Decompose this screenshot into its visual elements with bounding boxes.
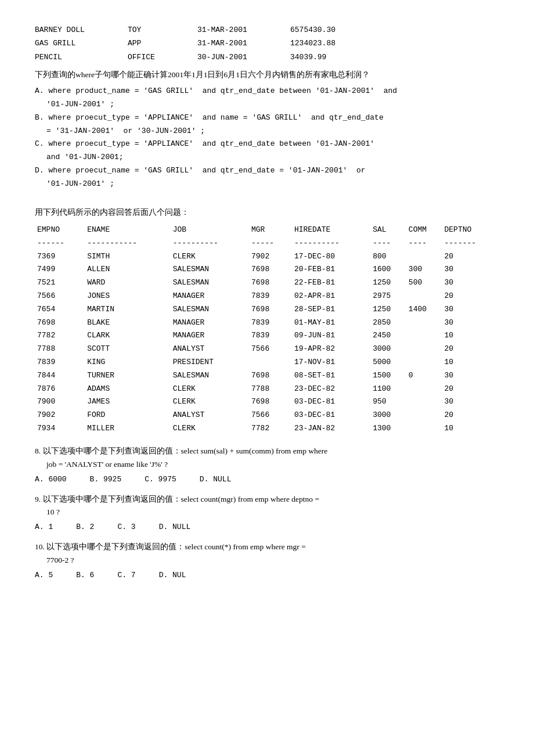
product-value-3: 34039.99	[290, 51, 360, 64]
emp-cell-8-8: 20	[442, 343, 500, 356]
q-8-answer-4: D. NULL	[200, 474, 232, 486]
q-9-text1: 9. 以下选项中哪个是下列查询返回的值：select count(mgr) fr…	[35, 493, 499, 506]
emp-cell-11-7	[406, 383, 442, 396]
emp-cell-11-1: 7876	[35, 383, 85, 396]
product-table: BARNEY DOLL TOY 31-MAR-2001 6575430.30 G…	[35, 23, 499, 64]
emp-cell-1-6: 800	[370, 250, 406, 264]
emp-cell-5-5: 28-SEP-81	[292, 303, 370, 316]
col-mgr: MGR	[249, 224, 292, 237]
emp-cell-5-8: 30	[442, 303, 500, 316]
emp-cell-14-5: 23-JAN-82	[292, 422, 370, 435]
emp-cell-6-4: 7839	[249, 316, 292, 330]
emp-cell-4-4: 7839	[249, 290, 292, 303]
emp-cell-11-4: 7788	[249, 383, 292, 396]
q-8-answers: A. 6000B. 9925C. 9975D. NULL	[35, 474, 499, 486]
emp-cell-14-4: 7782	[249, 422, 292, 435]
dash-mgr: -----	[249, 237, 292, 250]
product-row-1: BARNEY DOLL TOY 31-MAR-2001 6575430.30	[35, 23, 499, 37]
emp-cell-7-6: 2450	[370, 329, 406, 343]
emp-cell-3-5: 22-FEB-81	[292, 276, 370, 290]
emp-cell-6-5: 01-MAY-81	[292, 316, 370, 330]
emp-cell-7-7	[406, 329, 442, 343]
emp-cell-7-4: 7839	[249, 329, 292, 343]
emp-cell-6-2: BLAKE	[85, 316, 171, 330]
emp-cell-14-8: 10	[442, 422, 500, 435]
dash-comm: ----	[406, 237, 442, 250]
emp-cell-6-8: 30	[442, 316, 500, 330]
emp-cell-10-7: 0	[406, 369, 442, 383]
product-value-2: 1234023.88	[290, 37, 360, 50]
emp-cell-12-6: 950	[370, 395, 406, 409]
emp-cell-3-8: 30	[442, 276, 500, 290]
product-row-3: PENCIL OFFICE 30-JUN-2001 34039.99	[35, 51, 499, 64]
emp-cell-1-7	[406, 250, 442, 264]
emp-row-10: 7844TURNERSALESMAN769808-SET-811500030	[35, 369, 499, 383]
emp-cell-8-3: ANALYST	[171, 343, 249, 356]
emp-row-9: 7839KINGPRESIDENT17-NOV-81500010	[35, 356, 499, 369]
q-9-answers: A. 1B. 2C. 3D. NULL	[35, 521, 499, 534]
emp-cell-10-8: 30	[442, 369, 500, 383]
product-name-1: BARNEY DOLL	[35, 23, 128, 37]
emp-cell-4-3: MANAGER	[171, 290, 249, 303]
emp-cell-5-1: 7654	[35, 303, 85, 316]
product-value-1: 6575430.30	[290, 23, 360, 37]
emp-cell-1-1: 7369	[35, 250, 85, 264]
emp-cell-3-3: SALESMAN	[171, 276, 249, 290]
product-type-1: TOY	[128, 23, 197, 37]
emp-cell-13-2: FORD	[85, 409, 171, 422]
q-10-text2: 7700-2 ?	[35, 554, 499, 567]
dash-deptno: -------	[442, 237, 500, 250]
emp-row-13: 7902FORDANALYST756603-DEC-81300020	[35, 409, 499, 422]
emp-cell-2-6: 1600	[370, 263, 406, 276]
emp-cell-7-1: 7782	[35, 329, 85, 343]
dash-sal: ----	[370, 237, 406, 250]
col-comm: COMM	[406, 224, 442, 237]
emp-cell-4-2: JONES	[85, 290, 171, 303]
emp-cell-10-4: 7698	[249, 369, 292, 383]
emp-cell-11-6: 1100	[370, 383, 406, 396]
q-8-answer-1: A. 6000	[35, 474, 67, 486]
emp-cell-10-1: 7844	[35, 369, 85, 383]
q-9-text2: 10 ?	[35, 506, 499, 519]
emp-cell-8-5: 19-APR-82	[292, 343, 370, 356]
emp-cell-11-8: 20	[442, 383, 500, 396]
emp-cell-8-2: SCOTT	[85, 343, 171, 356]
q-8-text2: job = 'ANALYST' or ename like 'J%' ?	[35, 458, 499, 471]
emp-cell-3-7: 500	[406, 276, 442, 290]
option-c: C. where proecut_type = 'APPLIANCE' and …	[35, 138, 499, 150]
emp-cell-9-8: 10	[442, 356, 500, 369]
emp-cell-13-8: 20	[442, 409, 500, 422]
col-hiredate: HIREDATE	[292, 224, 370, 237]
product-date-2: 31-MAR-2001	[197, 37, 290, 50]
emp-cell-13-1: 7902	[35, 409, 85, 422]
emp-cell-12-2: JAMES	[85, 395, 171, 409]
emp-cell-12-8: 30	[442, 395, 500, 409]
emp-cell-10-5: 08-SET-81	[292, 369, 370, 383]
emp-table: EMPNO ENAME JOB MGR HIREDATE SAL COMM DE…	[35, 224, 499, 435]
emp-dash-row: ------ ----------- ---------- ----- ----…	[35, 237, 499, 250]
emp-cell-12-7	[406, 395, 442, 409]
emp-cell-3-4: 7698	[249, 276, 292, 290]
dash-job: ----------	[171, 237, 249, 250]
emp-cell-4-7	[406, 290, 442, 303]
emp-cell-4-5: 02-APR-81	[292, 290, 370, 303]
emp-cell-12-5: 03-DEC-81	[292, 395, 370, 409]
emp-row-4: 7566JONESMANAGER783902-APR-81297520	[35, 290, 499, 303]
q-10-answer-2: B. 6	[76, 570, 94, 582]
emp-row-6: 7698BLAKEMANAGER783901-MAY-81285030	[35, 316, 499, 330]
emp-row-5: 7654MARTINSALESMAN769828-SEP-81125014003…	[35, 303, 499, 316]
emp-cell-10-2: TURNER	[85, 369, 171, 383]
emp-cell-10-3: SALESMAN	[171, 369, 249, 383]
emp-cell-9-5: 17-NOV-81	[292, 356, 370, 369]
emp-cell-13-7	[406, 409, 442, 422]
emp-cell-11-3: CLERK	[171, 383, 249, 396]
emp-cell-8-4: 7566	[249, 343, 292, 356]
q-10-answer-3: C. 7	[117, 570, 135, 582]
col-job: JOB	[171, 224, 249, 237]
emp-cell-7-8: 10	[442, 329, 500, 343]
emp-header-row: EMPNO ENAME JOB MGR HIREDATE SAL COMM DE…	[35, 224, 499, 237]
product-type-2: APP	[128, 37, 197, 50]
option-c-line2: and '01-JUN-2001;	[35, 152, 499, 164]
emp-cell-14-7	[406, 422, 442, 435]
emp-cell-10-6: 1500	[370, 369, 406, 383]
